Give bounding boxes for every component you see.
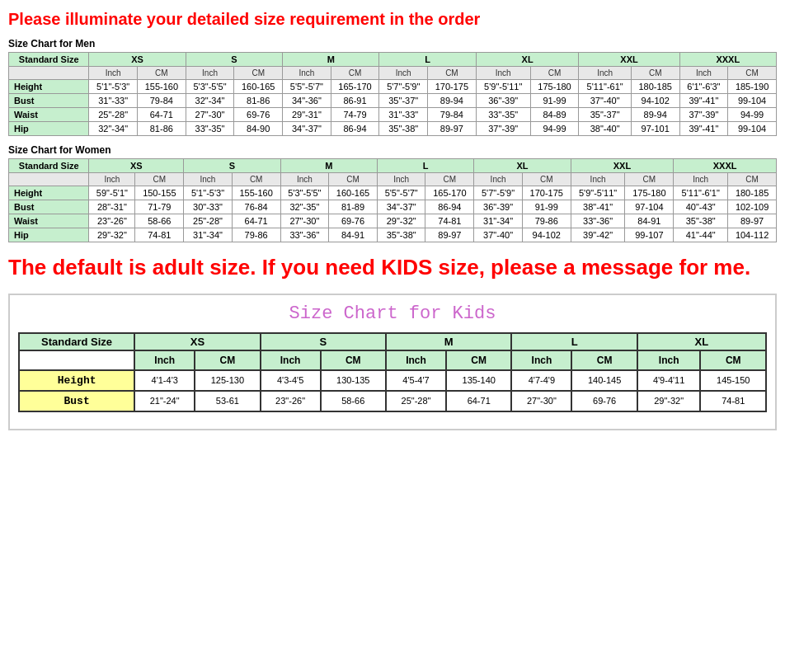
table-cell: 175-180 (625, 186, 674, 200)
table-cell: 180-185 (631, 80, 679, 94)
table-cell: 4'3-4'5 (261, 370, 321, 391)
kids-col-l: L (511, 333, 637, 350)
table-cell: 38"-41" (571, 200, 625, 214)
table-cell: 74-81 (700, 391, 766, 411)
table-cell: 140-145 (571, 370, 637, 391)
table-row: Hip32"-34"81-8633"-35"84-9034"-37"86-943… (9, 122, 777, 136)
table-cell: 170-175 (522, 186, 571, 200)
table-cell: 36"-39" (476, 94, 530, 108)
table-cell: 81-86 (234, 94, 283, 108)
table-cell: 94-99 (728, 108, 777, 122)
table-cell: 76-84 (232, 200, 280, 214)
men-section-label: Size Chart for Men (8, 38, 777, 49)
men-col-m: M (283, 53, 379, 67)
table-cell: 5'11"-61" (579, 80, 631, 94)
table-cell: 27"-30" (280, 214, 329, 228)
kids-section: Size Chart for Kids Standard Size XS S M… (8, 294, 777, 430)
table-cell: 130-135 (321, 370, 386, 391)
men-col-standard: Standard Size (9, 53, 89, 67)
table-cell: 6'1"-6'3" (679, 80, 728, 94)
men-sub-inch5: Inch (476, 67, 530, 80)
row-label: Height (19, 370, 134, 391)
men-sub-inch2: Inch (186, 67, 234, 80)
table-cell: 29"-32" (377, 214, 425, 228)
table-cell: 71-79 (135, 200, 184, 214)
table-cell: 155-160 (137, 80, 186, 94)
table-cell: 64-71 (446, 391, 511, 411)
row-label: Bust (9, 200, 89, 214)
men-sub-cm1: CM (137, 67, 186, 80)
table-cell: 40"-43" (674, 200, 728, 214)
table-cell: 35"-37" (579, 108, 631, 122)
table-cell: 35"-37" (379, 94, 428, 108)
table-cell: 23"-26" (261, 391, 321, 411)
table-cell: 5'5"-5'7" (377, 186, 425, 200)
table-cell: 25"-28" (89, 108, 138, 122)
table-cell: 29"-32" (637, 391, 701, 411)
table-cell: 84-91 (329, 228, 378, 242)
men-subheader-row: Inch CM Inch CM Inch CM Inch CM Inch CM … (9, 67, 777, 80)
men-col-s: S (186, 53, 282, 67)
table-cell: 175-180 (530, 80, 579, 94)
table-cell: 29"-32" (89, 228, 135, 242)
women-section: Size Chart for Women Standard Size XS S … (8, 144, 777, 242)
table-cell: 27"-30" (186, 108, 234, 122)
kids-col-s: S (261, 333, 386, 350)
table-cell: 25"-28" (386, 391, 446, 411)
table-cell: 102-109 (728, 200, 777, 214)
table-cell: 30"-33" (184, 200, 233, 214)
women-col-s: S (184, 159, 280, 173)
men-col-l: L (379, 53, 476, 67)
women-col-l: L (377, 159, 473, 173)
table-cell: 99-104 (728, 122, 777, 136)
table-cell: 79-86 (522, 214, 571, 228)
men-sub-cm5: CM (530, 67, 579, 80)
table-cell: 135-140 (446, 370, 511, 391)
table-cell: 170-175 (428, 80, 477, 94)
men-col-header-row: Standard Size XS S M L XL XXL XXXL (9, 53, 777, 67)
table-cell: 89-97 (425, 228, 474, 242)
table-cell: 79-84 (428, 108, 477, 122)
table-row: Height59"-5'1"150-1555'1"-5'3"155-1605'3… (9, 186, 777, 200)
table-cell: 4'5-4'7 (386, 370, 446, 391)
table-cell: 39"-41" (679, 94, 728, 108)
table-cell: 53-61 (195, 391, 260, 411)
table-cell: 81-86 (137, 122, 186, 136)
table-row: Bust21"-24"53-6123"-26"58-6625"-28"64-71… (19, 391, 766, 411)
table-cell: 38"-40" (579, 122, 631, 136)
table-cell: 5'5"-5'7" (283, 80, 331, 94)
table-cell: 34"-37" (377, 200, 425, 214)
table-cell: 32"-35" (280, 200, 329, 214)
table-cell: 94-102 (522, 228, 571, 242)
table-cell: 165-170 (425, 186, 474, 200)
women-col-xl: XL (474, 159, 571, 173)
table-cell: 89-94 (428, 94, 477, 108)
table-row: Hip29"-32"74-8131"-34"79-8633"-36"84-913… (9, 228, 777, 242)
men-sub-cm6: CM (631, 67, 679, 80)
table-cell: 25"-28" (184, 214, 233, 228)
table-cell: 28"-31" (89, 200, 135, 214)
table-cell: 91-99 (530, 94, 579, 108)
men-sub-cm7: CM (728, 67, 777, 80)
kids-col-m: M (386, 333, 511, 350)
kids-title: Size Chart for Kids (18, 303, 767, 324)
men-section: Size Chart for Men Standard Size XS S M … (8, 38, 777, 136)
women-section-label: Size Chart for Women (8, 144, 777, 156)
table-cell: 34"-36" (283, 94, 331, 108)
men-col-xs: XS (89, 53, 186, 67)
table-cell: 84-89 (530, 108, 579, 122)
table-cell: 99-107 (625, 228, 674, 242)
table-cell: 5'3"-5'5" (280, 186, 329, 200)
table-cell: 185-190 (728, 80, 777, 94)
men-sub-inch6: Inch (579, 67, 631, 80)
table-cell: 160-165 (329, 186, 378, 200)
table-cell: 69-76 (234, 108, 283, 122)
men-col-xxl: XXL (579, 53, 679, 67)
table-cell: 165-170 (331, 80, 379, 94)
row-label: Waist (9, 214, 89, 228)
men-sub-cm4: CM (428, 67, 477, 80)
table-cell: 150-155 (135, 186, 184, 200)
table-cell: 89-97 (428, 122, 477, 136)
table-cell: 5'3"-5'5" (186, 80, 234, 94)
table-cell: 74-79 (331, 108, 379, 122)
